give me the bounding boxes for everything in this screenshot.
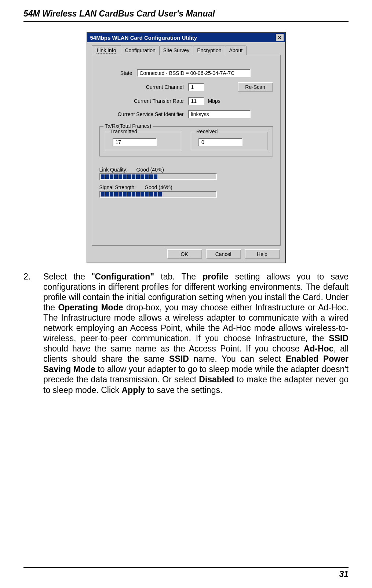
rescan-button[interactable]: Re-Scan <box>238 82 273 92</box>
tab-panel-link-info: State Connected - BSSID = 00-06-25-04-7A… <box>92 55 281 246</box>
progress-segment <box>105 174 109 179</box>
progress-segment <box>176 192 179 196</box>
progress-segment <box>123 192 127 196</box>
progress-segment <box>149 192 153 196</box>
txrx-legend: Tx/Rx(Total Frames) <box>103 123 153 129</box>
progress-segment <box>114 174 118 179</box>
state-field: Connected - BSSID = 00-06-25-04-7A-7C <box>137 69 251 77</box>
progress-segment <box>136 192 140 196</box>
help-button[interactable]: Help <box>245 249 280 259</box>
header-rule <box>23 21 349 22</box>
close-icon[interactable]: ✕ <box>276 34 284 41</box>
dialog-footer: OK Cancel Help <box>90 249 280 259</box>
progress-segment <box>110 192 113 196</box>
progress-segment <box>163 192 166 196</box>
progress-segment <box>198 192 201 196</box>
txrx-group: Tx/Rx(Total Frames) Transmitted 17 Recei… <box>99 126 273 156</box>
link-quality-label: Link Quality: <box>99 167 128 173</box>
progress-segment <box>189 192 193 196</box>
progress-segment <box>185 174 188 179</box>
received-group: Received 0 <box>191 132 267 150</box>
window-client-area: Link Info Configuration Site Survey Encr… <box>87 42 286 263</box>
link-quality-progress <box>99 173 217 180</box>
window-title: 54Mbps WLAN Card Configuration Utility <box>90 35 276 41</box>
current-channel-label: Current Channel <box>99 84 188 90</box>
transfer-rate-label: Current Transfer Rate <box>99 98 188 104</box>
signal-strength-label: Signal Strength: <box>99 184 136 190</box>
transmitted-group: Transmitted 17 <box>105 132 182 150</box>
page-footer: 31 <box>23 567 349 579</box>
cancel-button[interactable]: Cancel <box>206 249 241 259</box>
progress-segment <box>193 174 197 179</box>
progress-segment <box>158 174 162 179</box>
progress-segment <box>185 192 188 196</box>
progress-segment <box>163 174 166 179</box>
progress-segment <box>158 192 162 196</box>
progress-segment <box>198 174 201 179</box>
transmitted-field: 17 <box>113 138 157 146</box>
progress-segment <box>123 174 127 179</box>
signal-strength-progress <box>99 191 217 198</box>
progress-segment <box>211 174 215 179</box>
progress-segment <box>154 174 157 179</box>
transfer-rate-field: 11 <box>188 97 204 105</box>
step-text: Select the "Configuration" tab. The prof… <box>43 271 349 395</box>
progress-segment <box>145 174 149 179</box>
tab-configuration[interactable]: Configuration <box>121 46 159 55</box>
progress-segment <box>171 174 175 179</box>
progress-segment <box>101 174 105 179</box>
progress-segment <box>110 174 113 179</box>
progress-segment <box>193 192 197 196</box>
tab-strip: Link Info Configuration Site Survey Encr… <box>92 45 282 55</box>
metrics-block: Link Quality: Good (40%) Signal Strength… <box>99 167 273 198</box>
progress-segment <box>211 192 215 196</box>
ssid-field: linksyss <box>188 110 251 118</box>
progress-segment <box>154 192 157 196</box>
received-field: 0 <box>198 138 242 146</box>
screenshot-figure: 54Mbps WLAN Card Configuration Utility ✕… <box>23 32 349 263</box>
progress-segment <box>118 174 122 179</box>
mbps-label: Mbps <box>204 98 220 104</box>
progress-segment <box>202 174 206 179</box>
progress-segment <box>141 174 144 179</box>
tab-link-info[interactable]: Link Info <box>92 45 121 55</box>
tab-encryption[interactable]: Encryption <box>193 46 225 55</box>
state-label: State <box>99 70 137 76</box>
current-channel-field: 1 <box>188 83 204 91</box>
page-header: 54M Wireless LAN CardBus Card User's Man… <box>23 9 349 19</box>
progress-segment <box>180 174 184 179</box>
progress-segment <box>207 192 210 196</box>
progress-segment <box>118 192 122 196</box>
page-number: 31 <box>23 569 349 579</box>
tab-site-survey[interactable]: Site Survey <box>159 46 194 55</box>
config-utility-window: 54Mbps WLAN Card Configuration Utility ✕… <box>87 32 286 263</box>
progress-segment <box>202 192 206 196</box>
progress-segment <box>167 174 171 179</box>
progress-segment <box>189 174 193 179</box>
link-quality-value: Good (40%) <box>136 167 164 173</box>
progress-segment <box>105 192 109 196</box>
footer-rule <box>23 567 349 568</box>
tab-about[interactable]: About <box>225 46 247 55</box>
progress-segment <box>132 192 135 196</box>
ok-button[interactable]: OK <box>167 249 202 259</box>
progress-segment <box>141 192 144 196</box>
step-2-paragraph: 2. Select the "Configuration" tab. The p… <box>23 271 349 395</box>
progress-segment <box>136 174 140 179</box>
received-legend: Received <box>195 129 219 134</box>
transmitted-legend: Transmitted <box>109 129 139 134</box>
progress-segment <box>176 174 179 179</box>
progress-segment <box>127 192 131 196</box>
progress-segment <box>145 192 149 196</box>
progress-segment <box>127 174 131 179</box>
window-titlebar: 54Mbps WLAN Card Configuration Utility ✕ <box>87 32 286 42</box>
progress-segment <box>207 174 210 179</box>
progress-segment <box>180 192 184 196</box>
progress-segment <box>171 192 175 196</box>
progress-segment <box>149 174 153 179</box>
progress-segment <box>114 192 118 196</box>
progress-segment <box>167 192 171 196</box>
progress-segment <box>101 192 105 196</box>
ssid-label: Current Service Set Identifier <box>99 111 188 117</box>
signal-strength-value: Good (46%) <box>145 184 172 190</box>
